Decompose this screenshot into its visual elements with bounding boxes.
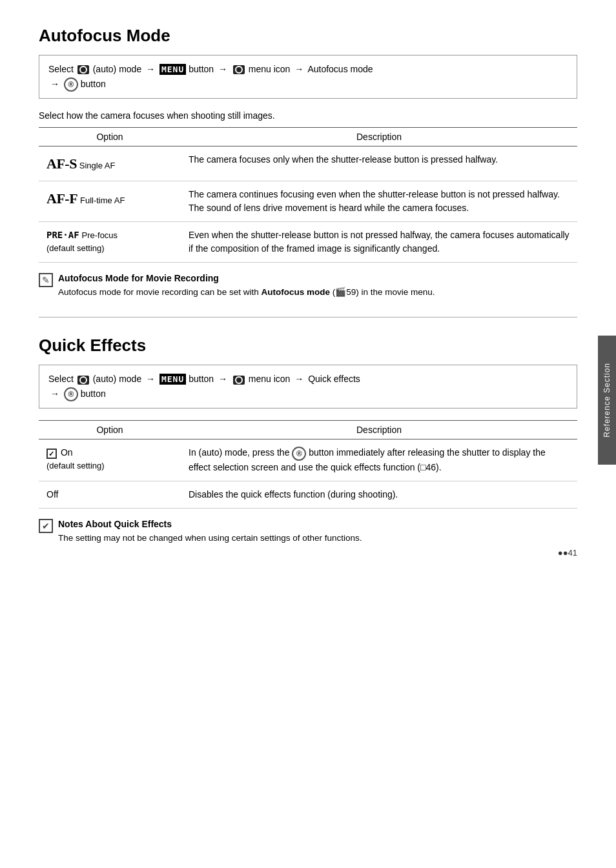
qe-note-content: Notes About Quick Effects The setting ma… xyxy=(58,519,362,545)
qe-arrow2: → xyxy=(218,374,227,384)
qe-menu-text: menu icon xyxy=(249,374,291,384)
qe-arrow1: → xyxy=(146,374,155,384)
qe-nav-auto: (auto) mode xyxy=(93,374,141,384)
page-footer: ●●41 xyxy=(558,548,577,558)
option-off: Off xyxy=(39,481,181,508)
desc-preaf: Even when the shutter-release button is … xyxy=(181,221,577,262)
quick-effects-note: ✔ Notes About Quick Effects The setting … xyxy=(39,519,577,545)
desc-off: Disables the quick effects function (dur… xyxy=(181,481,577,508)
note-bold: Autofocus mode xyxy=(261,287,330,297)
qe-col-desc: Description xyxy=(181,421,577,439)
nav-button-text2: button xyxy=(81,79,106,89)
option-aff: AF-F Full-time AF xyxy=(39,181,181,221)
ok-icon: ® xyxy=(64,77,78,92)
table-row: AF-F Full-time AF The camera continues f… xyxy=(39,181,577,221)
preaf-text2: (default setting) xyxy=(46,242,173,255)
afs-label: AF-S xyxy=(46,156,77,172)
nav-auto-text: (auto) mode xyxy=(93,64,141,74)
pencil-icon: ✎ xyxy=(39,273,53,287)
qe-arrow3: → xyxy=(294,374,303,384)
qe-col-option: Option xyxy=(39,421,181,439)
menu-icon: MENU xyxy=(159,64,186,75)
nav-af-text: Autofocus mode xyxy=(307,64,373,74)
default-setting: (default setting) xyxy=(46,459,173,472)
checkmark-symbol: ✔ xyxy=(42,521,50,531)
quick-effects-nav-box: Select (auto) mode → MENU button → menu … xyxy=(39,365,577,409)
table-row: AF-S Single AF The camera focuses only w… xyxy=(39,146,577,181)
preaf-text1: Pre-focus xyxy=(81,230,118,240)
option-preaf: PRE·AF Pre-focus (default setting) xyxy=(39,221,181,262)
autofocus-nav-box: Select (auto) mode → MENU button → menu … xyxy=(39,55,577,99)
pencil-symbol: ✎ xyxy=(42,275,50,285)
qe-nav-select: Select xyxy=(48,374,76,384)
camera-icon xyxy=(77,65,89,74)
qe-camera-icon xyxy=(77,376,89,385)
table-row: Off Disables the quick effects function … xyxy=(39,481,577,508)
autofocus-table: Option Description AF-S Single AF The ca… xyxy=(39,127,577,263)
arrow3: → xyxy=(294,64,303,74)
page: Autofocus Mode Select (auto) mode → MENU… xyxy=(0,0,616,577)
on-text: On xyxy=(61,447,73,458)
col-desc-1: Description xyxy=(181,127,577,146)
qe-note-text: The setting may not be changed when usin… xyxy=(58,532,362,545)
desc-on: In (auto) mode, press the ® button immed… xyxy=(181,439,577,481)
checkbox-icon xyxy=(46,449,57,459)
checkmark-icon: ✔ xyxy=(39,519,53,533)
option-afs: AF-S Single AF xyxy=(39,146,181,181)
note-text-pre: Autofocus mode for movie recording can b… xyxy=(58,287,261,297)
note-text: Autofocus mode for movie recording can b… xyxy=(58,286,435,299)
table-row: PRE·AF Pre-focus (default setting) Even … xyxy=(39,221,577,262)
note-text-ref: (🎬59) in the movie menu. xyxy=(330,287,435,297)
qe-arrow4: → xyxy=(50,389,59,399)
autofocus-note: ✎ Autofocus Mode for Movie Recording Aut… xyxy=(39,273,577,299)
sidebar-label: Reference Section xyxy=(602,363,611,438)
note-title: Autofocus Mode for Movie Recording xyxy=(58,273,435,283)
desc-aff: The camera continues focusing even when … xyxy=(181,181,577,221)
qe-camera-icon2 xyxy=(233,376,245,385)
arrow4: → xyxy=(50,79,59,89)
desc-mode: (auto) mode, press the xyxy=(199,447,293,458)
desc-ok-icon: ® xyxy=(292,447,306,461)
arrow2: → xyxy=(218,64,227,74)
preaf-label: PRE·AF xyxy=(46,230,79,240)
note-content: Autofocus Mode for Movie Recording Autof… xyxy=(58,273,435,299)
section-divider xyxy=(39,317,577,318)
sidebar-reference-tab: Reference Section xyxy=(598,336,616,465)
nav-select-text: Select xyxy=(48,64,76,74)
col-option-1: Option xyxy=(39,127,181,146)
footer-text: ●●41 xyxy=(558,548,577,558)
qe-nav-text4: Quick effects xyxy=(308,374,360,384)
aff-label: AF-F xyxy=(46,190,77,207)
option-on: On (default setting) xyxy=(39,439,181,481)
qe-ok-icon: ® xyxy=(64,387,78,401)
desc-pre: In xyxy=(189,447,199,458)
arrow1: → xyxy=(146,64,155,74)
quick-effects-table: Option Description On (default setting) … xyxy=(39,420,577,508)
aff-text: Full-time AF xyxy=(80,196,125,205)
desc-afs: The camera focuses only when the shutter… xyxy=(181,146,577,181)
qe-menu-icon: MENU xyxy=(159,374,186,385)
qe-button2: button xyxy=(81,389,106,399)
autofocus-title: Autofocus Mode xyxy=(39,26,577,46)
camera-icon2 xyxy=(233,65,245,74)
afs-text: Single AF xyxy=(79,161,116,170)
table-row: On (default setting) In (auto) mode, pre… xyxy=(39,439,577,481)
desc-ref: □46). xyxy=(420,462,442,472)
qe-button1: button xyxy=(189,374,216,384)
nav-button-text1: button xyxy=(189,64,216,74)
nav-menu-icon-text: menu icon xyxy=(249,64,291,74)
autofocus-subtitle: Select how the camera focuses when shoot… xyxy=(39,110,577,121)
quick-effects-title: Quick Effects xyxy=(39,336,577,356)
qe-note-title: Notes About Quick Effects xyxy=(58,519,362,529)
